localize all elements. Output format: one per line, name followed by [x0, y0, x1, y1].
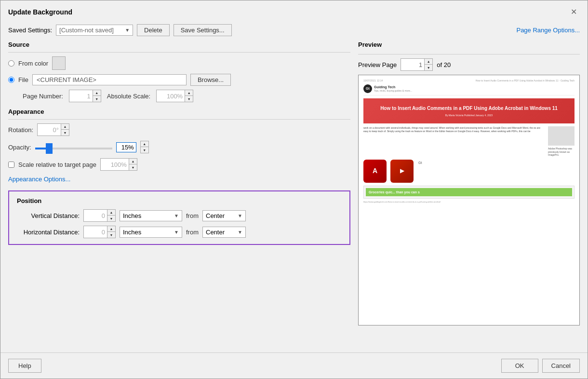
horizontal-position-select[interactable]: Center ▼ — [202, 227, 246, 238]
page-number-down[interactable]: ▼ — [93, 96, 101, 102]
vertical-unit-arrow-icon: ▼ — [174, 213, 179, 218]
horizontal-distance-down[interactable]: ▼ — [107, 232, 115, 238]
vertical-position-arrow-icon: ▼ — [238, 213, 242, 218]
browse-button[interactable]: Browse... — [190, 74, 231, 86]
file-label: File — [18, 76, 28, 83]
right-panel: Preview Preview Page ▲ ▼ of 20 — [358, 41, 580, 347]
color-swatch[interactable] — [52, 56, 66, 70]
horizontal-distance-field: ▲ ▼ — [83, 226, 116, 238]
bottom-bar: Help OK Cancel — [0, 352, 588, 379]
hero-author: By Maria Victoria Published January 4, 2… — [367, 114, 571, 117]
saved-settings-dropdown[interactable]: [Custom-not saved] ▼ — [56, 25, 133, 36]
horizontal-unit-select[interactable]: Inches ▼ — [120, 227, 182, 238]
from-color-row: From color — [8, 56, 350, 70]
rotation-field: ▲ ▼ — [37, 123, 69, 136]
help-button[interactable]: Help — [8, 359, 41, 373]
file-radio-row: File Browse... — [8, 74, 350, 86]
scale-label: Scale relative to target page — [18, 161, 96, 168]
page-range-options-link[interactable]: Page Range Options... — [516, 27, 580, 34]
scale-spinners: ▲ ▼ — [129, 159, 137, 170]
preview-page-down[interactable]: ▼ — [425, 65, 432, 70]
from-color-radio[interactable] — [8, 60, 14, 67]
preview-page-spinners: ▲ ▼ — [424, 59, 432, 70]
scale-down[interactable]: ▼ — [129, 164, 137, 170]
vertical-position-select[interactable]: Center ▼ — [202, 210, 246, 221]
hero-title: How to Insert Audio Comments in a PDF Us… — [367, 105, 571, 112]
source-section: Source From color File Browse... Pa — [8, 41, 350, 102]
vertical-from-label: from — [186, 212, 199, 219]
ok-button[interactable]: OK — [501, 359, 538, 373]
horizontal-distance-input[interactable] — [84, 228, 107, 237]
absolute-scale-up[interactable]: ▲ — [185, 90, 193, 96]
page-number-label: Page Number: — [23, 93, 63, 100]
vertical-unit-value: Inches — [123, 212, 141, 219]
delete-button[interactable]: Delete — [137, 24, 170, 36]
acrobat-icon: A — [363, 160, 387, 183]
dropdown-arrow-icon: ▼ — [125, 27, 130, 33]
opacity-row: Opacity: ▲ ▼ — [8, 141, 350, 153]
left-panel: Source From color File Browse... Pa — [8, 41, 350, 347]
absolute-scale-field: ▲ ▼ — [156, 90, 193, 102]
horizontal-unit-arrow-icon: ▼ — [174, 230, 179, 235]
vertical-distance-row: Vertical Distance: ▲ ▼ Inches ▼ from — [17, 209, 342, 222]
page-number-spinners: ▲ ▼ — [93, 90, 101, 102]
page-number-input[interactable] — [69, 92, 93, 101]
preview-page-up[interactable]: ▲ — [425, 59, 432, 65]
rotation-input[interactable] — [38, 125, 61, 135]
vertical-position-value: Center — [206, 212, 225, 219]
logo-letter: Gt — [366, 86, 370, 91]
horizontal-distance-label: Horizontal Distance: — [17, 229, 80, 236]
opacity-label: Opacity: — [8, 144, 31, 151]
position-title: Position — [17, 197, 342, 204]
saved-settings-label: Saved Settings: — [8, 27, 52, 34]
opacity-slider-container — [35, 144, 112, 151]
absolute-scale-down[interactable]: ▼ — [185, 96, 193, 102]
other-app-icon: ▶ — [390, 160, 414, 183]
rotation-down[interactable]: ▼ — [61, 130, 69, 135]
horizontal-distance-up[interactable]: ▲ — [107, 226, 115, 232]
scale-up[interactable]: ▲ — [129, 159, 137, 164]
horizontal-from-label: from — [186, 229, 199, 236]
file-radio[interactable] — [8, 77, 14, 83]
vertical-unit-select[interactable]: Inches ▼ — [120, 210, 182, 221]
rotation-up[interactable]: ▲ — [61, 124, 69, 130]
appearance-options-link[interactable]: Appearance Options... — [8, 176, 70, 183]
site-info: Guiding Tech Tips, tricks, buying guides… — [374, 85, 412, 93]
horizontal-unit-value: Inches — [123, 229, 141, 236]
preview-page-input[interactable] — [401, 60, 424, 69]
saved-settings-group: Saved Settings: [Custom-not saved] ▼ Del… — [8, 24, 232, 36]
scale-row: Scale relative to target page ▲ ▼ — [8, 158, 350, 171]
scale-field: ▲ ▼ — [100, 158, 137, 171]
site-logo: Gt — [363, 84, 372, 93]
main-content: Source From color File Browse... Pa — [0, 41, 588, 347]
article-date-bar: 10/07/2013, 12:14 How to Insert Audio Co… — [363, 79, 575, 82]
opacity-slider[interactable] — [35, 148, 112, 149]
content-image-placeholder — [548, 126, 575, 146]
cancel-button[interactable]: Cancel — [542, 359, 580, 373]
horizontal-position-value: Center — [206, 229, 225, 236]
vertical-distance-up[interactable]: ▲ — [107, 210, 115, 216]
vertical-distance-input[interactable] — [84, 211, 107, 220]
rotation-label: Rotation: — [8, 126, 33, 134]
hero-section: How to Insert Audio Comments in a PDF Us… — [363, 98, 575, 124]
opacity-up[interactable]: ▲ — [141, 141, 148, 147]
scale-input[interactable] — [101, 160, 129, 169]
article-date: 10/07/2013, 12:14 — [363, 79, 383, 82]
absolute-scale-input[interactable] — [157, 92, 185, 101]
preview-page-label: Preview Page — [358, 61, 397, 68]
article-preview: 10/07/2013, 12:14 How to Insert Audio Co… — [359, 75, 579, 325]
opacity-down[interactable]: ▼ — [141, 147, 148, 153]
opacity-input[interactable] — [116, 142, 136, 152]
scale-checkbox[interactable] — [8, 162, 14, 168]
vertical-distance-down[interactable]: ▼ — [107, 216, 115, 221]
page-number-up[interactable]: ▲ — [93, 90, 101, 96]
save-settings-button[interactable]: Save Settings... — [174, 24, 232, 36]
file-input[interactable] — [32, 74, 187, 85]
from-color-label: From color — [18, 60, 48, 67]
content-image: Adobe Photoshop was previously known as … — [548, 126, 575, 157]
site-name: Guiding Tech — [374, 85, 412, 89]
opacity-spinners: ▲ ▼ — [140, 141, 149, 153]
title-bar: Update Background ✕ — [0, 0, 588, 21]
close-button[interactable]: ✕ — [568, 6, 580, 17]
vertical-distance-field: ▲ ▼ — [83, 209, 116, 222]
